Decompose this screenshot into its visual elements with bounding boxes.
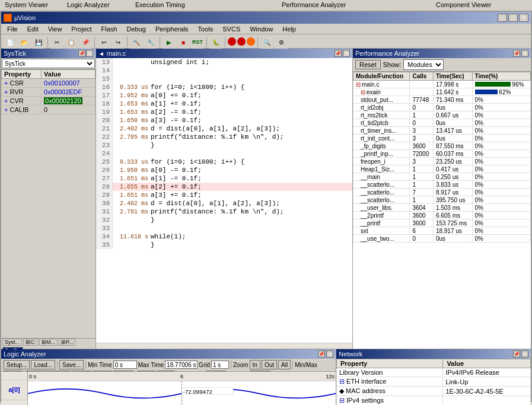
line-timing: 1.653 ms <box>115 101 151 107</box>
perf-title: Performance Analyzer <box>355 50 419 57</box>
build-all-btn[interactable]: 🔧 <box>144 36 157 49</box>
perf-row: freopen_i 323.250 us0% <box>353 158 531 165</box>
open-btn[interactable]: 📂 <box>18 36 31 49</box>
code-line-28: 281.655 ms a[2] += 0.1f; <box>96 183 352 191</box>
code-line-33: 33 <box>96 224 352 232</box>
perf-reset-btn[interactable]: Reset <box>355 60 381 69</box>
perf-row: sxt 618.917 us0% <box>353 227 531 235</box>
code-line-17: 171.952 ms a[0] += 0.1f; <box>96 91 352 100</box>
code-hscrollbar[interactable] <box>96 343 352 349</box>
network-title-bar: Network 📌 ✕ <box>336 349 531 359</box>
net-ipv4-prop: ⊟ IPv4 settings <box>337 396 443 406</box>
menu-help[interactable]: Help <box>279 25 300 33</box>
save-btn[interactable]: 💾 <box>32 36 45 49</box>
save-btn[interactable]: Save... <box>59 360 84 369</box>
systick-dropdown[interactable]: SysTick <box>2 59 95 68</box>
maximize-button[interactable]: □ <box>508 14 518 22</box>
code-line-31: 312.701 ms printf("distance: %.1f km \n"… <box>96 208 352 216</box>
settings-btn[interactable]: ⚙ <box>275 36 288 49</box>
network-pin-btn[interactable]: 📌 <box>513 350 520 358</box>
logic-close-btn[interactable]: ✕ <box>326 350 333 358</box>
menu-project[interactable]: Project <box>68 25 95 33</box>
tab-c[interactable]: ⊞C: <box>23 339 38 346</box>
systick-pin-btn[interactable]: 📌 <box>78 50 85 57</box>
systick-close-btn[interactable]: ✕ <box>86 50 93 57</box>
line-number: 23 <box>96 141 113 149</box>
network-close-btn[interactable]: ✕ <box>521 350 528 358</box>
code-scroll-left[interactable]: ◄ <box>98 50 104 57</box>
stop-btn[interactable]: ■ <box>177 36 190 49</box>
zoom-all-btn[interactable]: All <box>278 360 291 369</box>
time-marker-6: 6 <box>131 374 233 380</box>
close-button[interactable]: ✕ <box>519 14 528 22</box>
time-marker-0: 0 s <box>29 374 131 380</box>
code-close-btn[interactable]: ✕ <box>343 50 350 57</box>
minimize-button[interactable]: – <box>498 14 507 22</box>
logic-title: Logic Analyzer <box>4 350 46 358</box>
menu-tools[interactable]: Tools <box>195 25 217 33</box>
perf-row: __scatterlo... 1395.750 us0% <box>353 196 531 204</box>
min-time-input[interactable] <box>113 361 137 369</box>
code-line-13: 13 unsigned int i; <box>96 58 352 66</box>
line-number: 13 <box>96 58 113 66</box>
tab-m[interactable]: ⊞M... <box>39 339 58 346</box>
line-code: } <box>151 142 352 149</box>
svg-text:-72.099472: -72.099472 <box>183 388 212 395</box>
setup-btn[interactable]: Setup... <box>4 360 30 369</box>
label-performance-analyzer: Performance Analyzer <box>282 1 346 8</box>
line-number: 32 <box>96 216 113 224</box>
run-btn[interactable]: ▶ <box>163 36 176 49</box>
time-marker-12: 12s <box>232 374 335 380</box>
perf-pin-btn[interactable]: 📌 <box>513 50 520 57</box>
zoom-in-btn[interactable]: 🔍 <box>260 36 273 49</box>
menu-flash[interactable]: Flash <box>98 25 121 33</box>
line-timing: 1.952 ms <box>115 93 151 99</box>
paste-btn[interactable]: 📌 <box>79 36 92 49</box>
perf-data-table: Module/Function Calls Time(Sec) Time(%) … <box>353 72 531 243</box>
menu-file[interactable]: File <box>4 25 21 33</box>
systick-properties-table: Property Value + CSR 0x00100007 + RVR 0x… <box>1 69 95 114</box>
minmax-label: Min/Max <box>295 362 317 368</box>
logic-pin-btn[interactable]: 📌 <box>318 350 325 358</box>
perf-row: rt_tid2ptcb 00us0% <box>353 119 531 127</box>
debug-btn[interactable]: 🐛 <box>209 36 222 49</box>
redo-btn[interactable]: ↪ <box>112 36 125 49</box>
menu-peripherals[interactable]: Peripherals <box>152 25 192 33</box>
reset-btn[interactable]: RST <box>191 36 204 49</box>
tab-syst[interactable]: Syst... <box>2 339 22 346</box>
max-time-input[interactable] <box>165 361 197 369</box>
zoom-out-btn[interactable]: Out <box>262 360 277 369</box>
line-timing: 1.655 ms <box>115 184 151 190</box>
tab-p[interactable]: ⊞P... <box>59 339 75 346</box>
build-btn[interactable]: 🔨 <box>130 36 143 49</box>
line-code: for (i=0; i<1800; i++) { <box>151 158 352 165</box>
app-title: µVision <box>14 14 36 21</box>
perf-close-btn[interactable]: ✕ <box>521 50 528 57</box>
copy-btn[interactable]: 📋 <box>65 36 78 49</box>
undo-btn[interactable]: ↩ <box>97 36 110 49</box>
menu-view[interactable]: View <box>44 25 66 33</box>
line-number: 28 <box>96 183 113 191</box>
new-btn[interactable]: 📄 <box>4 36 17 49</box>
load-btn[interactable]: Load... <box>31 360 55 369</box>
code-line-18: 181.653 ms a[1] += 0.1f; <box>96 100 352 108</box>
code-line-32: 32 } <box>96 216 352 224</box>
zoom-in-btn[interactable]: In <box>250 360 260 369</box>
net-prop-header: Property <box>337 359 443 368</box>
menu-window[interactable]: Window <box>246 25 276 33</box>
net-mac-val: 1E-30-6C-A2-45-5E <box>443 387 531 396</box>
line-code: } <box>151 216 352 224</box>
menu-bar: File Edit View Project Flash Debug Perip… <box>1 24 531 34</box>
perf-show-select[interactable]: Modules <box>403 59 444 70</box>
menu-debug[interactable]: Debug <box>123 25 149 33</box>
perf-row: stdout_put... 7774871.340 ms0% <box>353 96 531 104</box>
grid-input[interactable] <box>211 361 229 369</box>
line-code: } <box>151 241 352 248</box>
cut-btn[interactable]: ✂ <box>50 36 63 49</box>
menu-edit[interactable]: Edit <box>24 25 42 33</box>
code-pin-btn[interactable]: 📌 <box>335 50 342 57</box>
line-number: 18 <box>96 100 113 108</box>
title-bar: µVision – □ ✕ <box>1 12 531 24</box>
prop-row-calib: + CALIB 0 <box>2 106 95 114</box>
menu-svcs[interactable]: SVCS <box>219 25 244 33</box>
